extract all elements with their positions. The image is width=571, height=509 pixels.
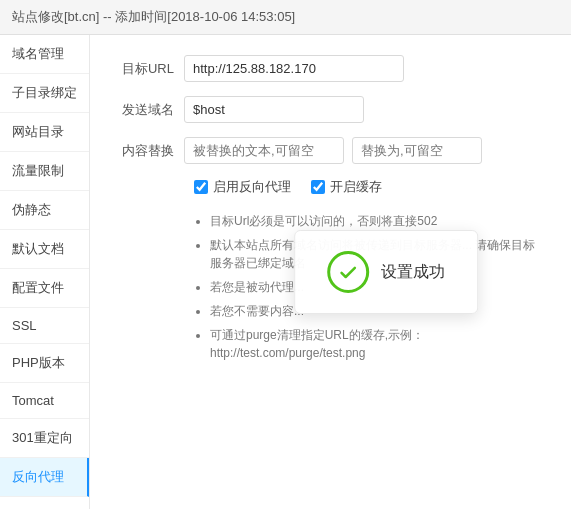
sidebar-item-301-redirect[interactable]: 301重定向	[0, 419, 89, 458]
replace-to-input[interactable]	[352, 137, 482, 164]
main-content: 目标URL 发送域名 内容替换 启用反向代理 开启缓存 目标Url必须是可以访问…	[90, 35, 571, 509]
content-replace-label: 内容替换	[114, 142, 184, 160]
success-toast: 设置成功	[294, 230, 478, 314]
sidebar-item-tomcat[interactable]: Tomcat	[0, 383, 89, 419]
enable-proxy-checkbox[interactable]	[194, 180, 208, 194]
sidebar-item-default-doc[interactable]: 默认文档	[0, 230, 89, 269]
target-url-input[interactable]	[184, 55, 404, 82]
checkbox-row: 启用反向代理 开启缓存	[194, 178, 547, 196]
sidebar-item-php-version[interactable]: PHP版本	[0, 344, 89, 383]
tip-item-4: 可通过purge清理指定URL的缓存,示例：http://test.com/pu…	[210, 326, 547, 362]
send-domain-input[interactable]	[184, 96, 364, 123]
enable-cache-text: 开启缓存	[330, 178, 382, 196]
sidebar-item-config-file[interactable]: 配置文件	[0, 269, 89, 308]
main-layout: 域名管理子目录绑定网站目录流量限制伪静态默认文档配置文件SSLPHP版本Tomc…	[0, 35, 571, 509]
sidebar-item-subdir[interactable]: 子目录绑定	[0, 74, 89, 113]
success-icon-circle	[327, 251, 369, 293]
enable-proxy-label[interactable]: 启用反向代理	[194, 178, 291, 196]
target-url-label: 目标URL	[114, 60, 184, 78]
success-text: 设置成功	[381, 262, 445, 283]
sidebar-item-website-dir[interactable]: 网站目录	[0, 113, 89, 152]
tip-item-0: 目标Url必须是可以访问的，否则将直接502	[210, 212, 547, 230]
sidebar-item-pseudo-static[interactable]: 伪静态	[0, 191, 89, 230]
send-domain-row: 发送域名	[114, 96, 547, 123]
sidebar-item-flow-limit[interactable]: 流量限制	[0, 152, 89, 191]
sidebar-item-reverse-proxy[interactable]: 反向代理	[0, 458, 89, 497]
enable-proxy-text: 启用反向代理	[213, 178, 291, 196]
replace-from-input[interactable]	[184, 137, 344, 164]
content-replace-row: 内容替换	[114, 137, 547, 164]
target-url-row: 目标URL	[114, 55, 547, 82]
enable-cache-checkbox[interactable]	[311, 180, 325, 194]
checkmark-icon	[338, 262, 358, 282]
send-domain-label: 发送域名	[114, 101, 184, 119]
sidebar: 域名管理子目录绑定网站目录流量限制伪静态默认文档配置文件SSLPHP版本Tomc…	[0, 35, 90, 509]
enable-cache-label[interactable]: 开启缓存	[311, 178, 382, 196]
header-title: 站点修改[bt.cn] -- 添加时间[2018-10-06 14:53:05]	[12, 9, 295, 24]
page-header: 站点修改[bt.cn] -- 添加时间[2018-10-06 14:53:05]	[0, 0, 571, 35]
sidebar-item-domain[interactable]: 域名管理	[0, 35, 89, 74]
sidebar-item-ssl[interactable]: SSL	[0, 308, 89, 344]
